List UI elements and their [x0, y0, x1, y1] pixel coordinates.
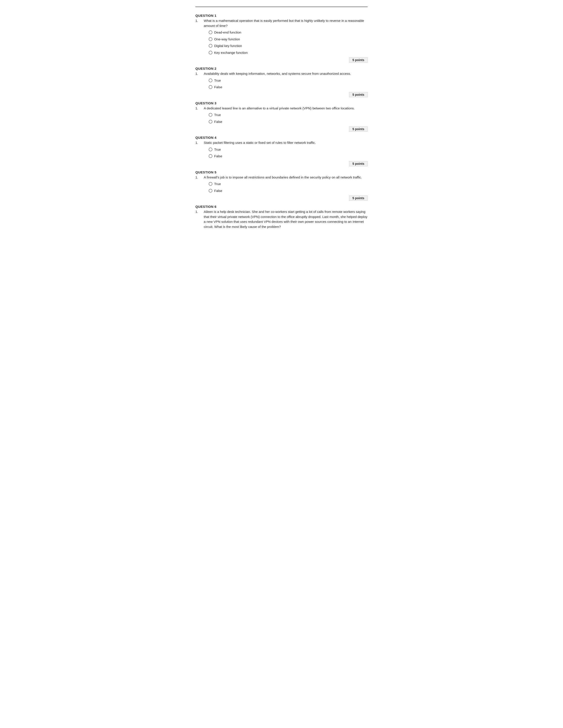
- radio-icon-2-2[interactable]: [209, 85, 212, 89]
- radio-icon-5-1[interactable]: [209, 182, 212, 186]
- points-row-2: 5 points: [195, 92, 368, 97]
- option-row-5-2[interactable]: False: [209, 188, 368, 193]
- question-block-2: QUESTION 21.Availability deals with keep…: [195, 67, 368, 90]
- question-row-1: 1.What is a mathematical operation that …: [195, 18, 368, 28]
- option-row-1-1[interactable]: Dead-end function: [209, 30, 368, 35]
- radio-icon-3-1[interactable]: [209, 113, 212, 117]
- question-block-6: QUESTION 61.Aileen is a help desk techni…: [195, 205, 368, 229]
- points-badge-4: 5 points: [349, 161, 368, 166]
- option-label-4-1: True: [214, 147, 221, 152]
- radio-icon-1-1[interactable]: [209, 30, 212, 34]
- question-number-4: 1.: [195, 140, 204, 145]
- svg-point-10: [209, 182, 212, 186]
- question-number-5: 1.: [195, 175, 204, 180]
- option-label-5-2: False: [214, 188, 222, 193]
- option-row-2-2[interactable]: False: [209, 85, 368, 90]
- top-border: [195, 7, 368, 7]
- question-row-5: 1.A firewall's job is to impose all rest…: [195, 175, 368, 180]
- radio-icon-1-2[interactable]: [209, 37, 212, 41]
- radio-icon-3-2[interactable]: [209, 120, 212, 124]
- question-row-4: 1.Static packet filtering uses a static …: [195, 140, 368, 145]
- svg-point-3: [209, 51, 212, 54]
- option-label-1-2: One-way function: [214, 37, 240, 42]
- question-text-4: Static packet filtering uses a static or…: [204, 140, 368, 145]
- option-label-2-1: True: [214, 78, 221, 83]
- option-row-5-1[interactable]: True: [209, 182, 368, 187]
- question-label-5: QUESTION 5: [195, 170, 368, 174]
- question-block-1: QUESTION 11.What is a mathematical opera…: [195, 14, 368, 55]
- option-label-2-2: False: [214, 85, 222, 90]
- question-number-6: 1.: [195, 209, 204, 229]
- radio-icon-2-1[interactable]: [209, 79, 212, 82]
- svg-point-7: [209, 120, 212, 123]
- option-label-1-1: Dead-end function: [214, 30, 241, 35]
- option-label-5-1: True: [214, 182, 221, 187]
- svg-point-8: [209, 148, 212, 151]
- points-row-1: 5 points: [195, 57, 368, 63]
- points-row-5: 5 points: [195, 195, 368, 201]
- options-2: TrueFalse: [209, 78, 368, 90]
- question-text-2: Availability deals with keeping informat…: [204, 71, 368, 76]
- question-label-1: QUESTION 1: [195, 14, 368, 17]
- svg-point-4: [209, 79, 212, 82]
- question-label-6: QUESTION 6: [195, 205, 368, 208]
- page-container: QUESTION 11.What is a mathematical opera…: [186, 0, 377, 240]
- option-row-1-3[interactable]: Digital key function: [209, 43, 368, 49]
- option-label-4-2: False: [214, 154, 222, 159]
- radio-icon-4-1[interactable]: [209, 148, 212, 151]
- radio-icon-1-4[interactable]: [209, 51, 212, 54]
- radio-icon-5-2[interactable]: [209, 189, 212, 193]
- svg-point-5: [209, 85, 212, 89]
- option-row-4-2[interactable]: False: [209, 154, 368, 159]
- option-label-3-2: False: [214, 119, 222, 124]
- option-row-3-2[interactable]: False: [209, 119, 368, 124]
- question-row-6: 1.Aileen is a help desk technician. She …: [195, 209, 368, 229]
- option-row-3-1[interactable]: True: [209, 113, 368, 118]
- option-label-1-4: Key exchange function: [214, 50, 248, 55]
- question-block-3: QUESTION 31.A dedicated leased line is a…: [195, 101, 368, 124]
- question-number-1: 1.: [195, 18, 204, 28]
- svg-point-0: [209, 31, 212, 34]
- option-label-3-1: True: [214, 113, 221, 118]
- options-1: Dead-end functionOne-way functionDigital…: [209, 30, 368, 55]
- svg-point-6: [209, 113, 212, 116]
- option-label-1-3: Digital key function: [214, 43, 242, 49]
- svg-point-9: [209, 154, 212, 158]
- question-row-2: 1.Availability deals with keeping inform…: [195, 71, 368, 76]
- question-text-1: What is a mathematical operation that is…: [204, 18, 368, 28]
- svg-point-11: [209, 189, 212, 192]
- question-label-4: QUESTION 4: [195, 136, 368, 139]
- svg-point-2: [209, 44, 212, 47]
- question-block-5: QUESTION 51.A firewall's job is to impos…: [195, 170, 368, 193]
- question-text-3: A dedicated leased line is an alternativ…: [204, 106, 368, 111]
- option-row-1-2[interactable]: One-way function: [209, 37, 368, 42]
- question-row-3: 1.A dedicated leased line is an alternat…: [195, 106, 368, 111]
- points-badge-1: 5 points: [349, 57, 368, 63]
- points-row-3: 5 points: [195, 126, 368, 132]
- points-badge-3: 5 points: [349, 126, 368, 132]
- options-4: TrueFalse: [209, 147, 368, 159]
- question-text-6: Aileen is a help desk technician. She an…: [204, 209, 368, 229]
- question-text-5: A firewall's job is to impose all restri…: [204, 175, 368, 180]
- options-3: TrueFalse: [209, 113, 368, 124]
- question-number-2: 1.: [195, 71, 204, 76]
- options-5: TrueFalse: [209, 182, 368, 193]
- points-badge-5: 5 points: [349, 195, 368, 201]
- question-label-2: QUESTION 2: [195, 67, 368, 70]
- questions-container: QUESTION 11.What is a mathematical opera…: [195, 14, 368, 229]
- option-row-4-1[interactable]: True: [209, 147, 368, 152]
- radio-icon-4-2[interactable]: [209, 154, 212, 158]
- option-row-1-4[interactable]: Key exchange function: [209, 50, 368, 55]
- question-block-4: QUESTION 41.Static packet filtering uses…: [195, 136, 368, 159]
- points-row-4: 5 points: [195, 161, 368, 166]
- question-label-3: QUESTION 3: [195, 101, 368, 105]
- points-badge-2: 5 points: [349, 92, 368, 97]
- question-number-3: 1.: [195, 106, 204, 111]
- svg-point-1: [209, 38, 212, 41]
- radio-icon-1-3[interactable]: [209, 44, 212, 48]
- option-row-2-1[interactable]: True: [209, 78, 368, 83]
